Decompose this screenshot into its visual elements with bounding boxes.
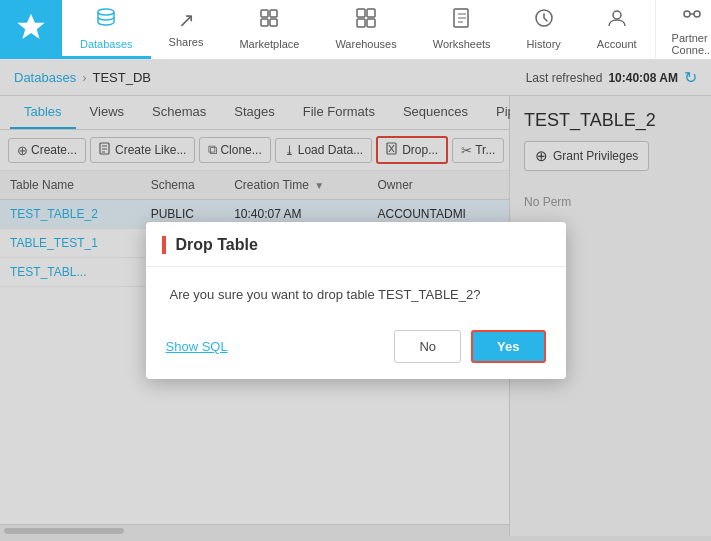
- nav-item-warehouses[interactable]: Warehouses: [317, 0, 414, 59]
- nav-label-partner-connect: Partner Conne...: [672, 32, 711, 56]
- nav-item-partner-connect[interactable]: Partner Conne...: [656, 0, 711, 59]
- drop-table-modal: Drop Table Are you sure you want to drop…: [146, 222, 566, 379]
- modal-body: Are you sure you want to drop table TEST…: [146, 267, 566, 318]
- modal-buttons: No Yes: [394, 330, 545, 363]
- modal-title: Drop Table: [162, 236, 258, 254]
- nav-label-worksheets: Worksheets: [433, 38, 491, 50]
- nav-label-databases: Databases: [80, 38, 133, 50]
- nav-item-marketplace[interactable]: Marketplace: [221, 0, 317, 59]
- nav-label-shares: Shares: [169, 36, 204, 48]
- marketplace-icon: [258, 7, 280, 34]
- app-wrapper: Databases ↗ Shares Marketplace Warehouse…: [0, 0, 711, 541]
- modal-footer: Show SQL No Yes: [146, 318, 566, 379]
- nav-item-account[interactable]: Account: [579, 0, 655, 59]
- history-icon: [533, 7, 555, 34]
- nav-item-history[interactable]: History: [509, 0, 579, 59]
- modal-no-button[interactable]: No: [394, 330, 461, 363]
- svg-rect-6: [357, 9, 365, 17]
- shares-icon: ↗: [178, 8, 195, 32]
- account-icon: [606, 7, 628, 34]
- svg-rect-5: [270, 19, 277, 26]
- svg-point-12: [613, 11, 621, 19]
- svg-rect-7: [367, 9, 375, 17]
- top-nav: Databases ↗ Shares Marketplace Warehouse…: [0, 0, 711, 60]
- warehouses-icon: [355, 7, 377, 34]
- worksheets-icon: [451, 7, 473, 34]
- svg-rect-2: [261, 10, 268, 17]
- svg-rect-8: [357, 19, 365, 27]
- svg-marker-0: [17, 13, 44, 38]
- svg-rect-9: [367, 19, 375, 27]
- modal-header: Drop Table: [146, 222, 566, 267]
- svg-rect-3: [270, 10, 277, 17]
- nav-label-marketplace: Marketplace: [239, 38, 299, 50]
- partner-connect-icon: [681, 3, 703, 28]
- svg-point-14: [694, 11, 700, 17]
- nav-label-warehouses: Warehouses: [335, 38, 396, 50]
- nav-label-history: History: [527, 38, 561, 50]
- nav-items: Databases ↗ Shares Marketplace Warehouse…: [62, 0, 655, 59]
- show-sql-link[interactable]: Show SQL: [166, 339, 228, 354]
- svg-point-13: [684, 11, 690, 17]
- nav-logo: [0, 0, 62, 59]
- nav-item-databases[interactable]: Databases: [62, 0, 151, 59]
- modal-overlay: Drop Table Are you sure you want to drop…: [0, 60, 711, 541]
- nav-label-account: Account: [597, 38, 637, 50]
- nav-right: Partner Conne...: [655, 0, 711, 59]
- modal-message: Are you sure you want to drop table TEST…: [170, 287, 481, 302]
- svg-rect-4: [261, 19, 268, 26]
- svg-point-1: [98, 9, 114, 15]
- databases-icon: [95, 7, 117, 34]
- nav-item-worksheets[interactable]: Worksheets: [415, 0, 509, 59]
- modal-yes-button[interactable]: Yes: [471, 330, 545, 363]
- nav-item-shares[interactable]: ↗ Shares: [151, 0, 222, 59]
